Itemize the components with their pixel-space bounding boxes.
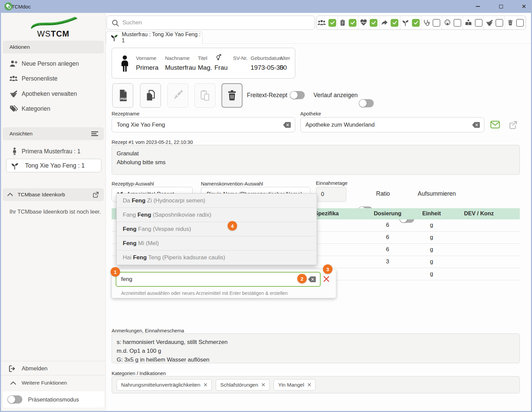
apotheke-label: Apotheke bbox=[300, 111, 321, 116]
sidebar-item-kategorien[interactable]: Kategorien bbox=[1, 101, 106, 116]
suggestion-match: Feng bbox=[123, 226, 137, 233]
rezepttyp-label: Rezepttyp-Auswahl bbox=[112, 181, 154, 187]
checkbox-unchecked[interactable] bbox=[475, 19, 483, 27]
herb-search-input[interactable] bbox=[116, 273, 320, 286]
patient-field: Vorname Primera bbox=[136, 53, 159, 71]
field-value: Musterfrau bbox=[165, 64, 196, 71]
sidebar-item-label: Personenliste bbox=[22, 75, 57, 82]
checkbox-checked[interactable] bbox=[349, 19, 356, 27]
minimize-button[interactable] bbox=[473, 2, 483, 11]
anmerkungen-textarea[interactable]: s: harmonisiert Verdauung, stillt Schmer… bbox=[112, 333, 520, 363]
patient-field-gender: Frau bbox=[214, 53, 228, 71]
chevron-up-icon bbox=[9, 381, 18, 385]
checkbox-checked[interactable] bbox=[412, 19, 420, 27]
filter-befunde[interactable] bbox=[358, 16, 379, 29]
field-label: Titel bbox=[198, 53, 212, 61]
envelope-icon[interactable] bbox=[490, 119, 501, 130]
mortar-pestle-icon bbox=[486, 19, 493, 26]
filter-anamnese[interactable] bbox=[463, 16, 484, 29]
ratio-label: Ratio bbox=[376, 190, 390, 197]
rezept-info-textarea[interactable]: Granulat Abholung bitte sms bbox=[112, 145, 520, 175]
remove-chip-icon[interactable] bbox=[261, 383, 265, 387]
tab-strip-line bbox=[203, 43, 531, 44]
chevron-up-icon[interactable] bbox=[7, 192, 14, 197]
suggestion-item[interactable]: Da Feng Zi (Hydnocarpi semen) bbox=[117, 194, 317, 208]
close-button[interactable]: ✕ bbox=[519, 2, 529, 11]
field-value: Primera bbox=[136, 64, 159, 71]
einnahmetage-label: Einnahmetage bbox=[316, 180, 348, 186]
checkbox-checked[interactable] bbox=[391, 19, 398, 27]
annotation-badge-4: 4 bbox=[228, 221, 237, 231]
kategorie-chip[interactable]: Nahrungsmittelunverträglichkeiten bbox=[117, 379, 212, 391]
checkbox-checked[interactable] bbox=[328, 19, 336, 27]
cell-dosierung: 6 bbox=[364, 246, 411, 253]
share-icon bbox=[381, 19, 388, 26]
checkbox-unchecked[interactable] bbox=[516, 19, 524, 27]
freitext-rezept-toggle[interactable] bbox=[290, 91, 305, 99]
checkbox-unchecked[interactable] bbox=[433, 19, 440, 27]
verlauf-anzeigen-toggle[interactable] bbox=[359, 99, 374, 107]
tab-recipe[interactable]: Musterfrau : Tong Xie Yao Feng : 1 bbox=[106, 31, 203, 44]
external-link-icon[interactable] bbox=[92, 191, 99, 198]
cell-einheit: g bbox=[415, 270, 448, 277]
suggestion-dropdown: Da Feng Zi (Hydnocarpi semen) Fang Feng … bbox=[116, 193, 317, 265]
external-link-icon[interactable] bbox=[508, 120, 518, 130]
pdf-export-button[interactable]: PDF bbox=[112, 83, 133, 108]
sidebar-item-neue-person[interactable]: Neue Person anlegen bbox=[1, 56, 106, 71]
logo-tcm: TCM bbox=[51, 29, 69, 38]
remove-row-icon[interactable] bbox=[322, 275, 330, 283]
suggestion-item[interactable]: Hai Feng Teng (Piperis kadsurae caulis) bbox=[117, 251, 317, 265]
filter-diagnosen[interactable] bbox=[421, 16, 442, 29]
seedling-icon bbox=[401, 19, 410, 26]
filter-rezepte[interactable] bbox=[338, 16, 358, 29]
filter-geloeschte[interactable] bbox=[505, 16, 526, 29]
remove-chip-icon[interactable] bbox=[307, 383, 311, 387]
ideenkorb-header: TCMbase Ideenkorb bbox=[3, 188, 104, 201]
filter-personen[interactable] bbox=[317, 16, 338, 29]
kategorie-chip[interactable]: Schlafstörungen bbox=[216, 379, 270, 391]
chip-label: Nahrungsmittelunverträglichkeiten bbox=[121, 382, 200, 388]
tab-label: Musterfrau : Tong Xie Yao Feng : 1 bbox=[122, 31, 202, 44]
bars-staggered-icon[interactable] bbox=[91, 131, 98, 137]
sidebar-item-apotheken[interactable]: Apotheken verwalten bbox=[1, 86, 106, 101]
einnahmetage-input[interactable] bbox=[316, 187, 346, 201]
sidebar-item-abmelden[interactable]: Abmelden bbox=[1, 362, 106, 375]
patient-field: Nachname Musterfrau bbox=[165, 53, 196, 71]
checkbox-unchecked[interactable] bbox=[454, 19, 461, 27]
filter-teilen[interactable] bbox=[379, 16, 400, 29]
suggestion-item[interactable]: Fang Feng (Saposhnikoviae radix) bbox=[117, 208, 317, 222]
apotheke-input[interactable] bbox=[301, 117, 484, 132]
clear-input-icon[interactable] bbox=[307, 276, 316, 283]
checkbox-checked[interactable] bbox=[370, 19, 377, 27]
filter-arzneimittel[interactable] bbox=[400, 16, 421, 29]
window-title: TCMdoc bbox=[11, 4, 31, 9]
sidebar-item-personenliste[interactable]: Personenliste bbox=[1, 71, 106, 86]
field-label: Vorname bbox=[136, 53, 159, 61]
patient-field: SV-Nr. bbox=[233, 53, 248, 64]
kategorie-chip[interactable]: Yin Mangel bbox=[274, 379, 316, 391]
rezeptname-input[interactable] bbox=[112, 117, 295, 132]
suggestion-text: Fang (Vespae nidus) bbox=[137, 226, 191, 233]
filter-zunge[interactable] bbox=[442, 16, 463, 29]
clear-input-icon[interactable] bbox=[471, 122, 480, 128]
copy-recipe-button[interactable] bbox=[140, 83, 161, 108]
remove-chip-icon[interactable] bbox=[204, 383, 207, 387]
suggestion-item[interactable]: Feng Mi (Mel) bbox=[117, 236, 317, 251]
field-value: 1973-05-30 bbox=[251, 64, 283, 71]
filter-apotheke[interactable] bbox=[484, 16, 505, 29]
clear-input-icon[interactable] bbox=[282, 122, 291, 128]
wstcm-logo: WSTCM bbox=[1, 16, 106, 39]
sidebar-view-recipe-selected[interactable]: Tong Xie Yao Feng : 1 bbox=[6, 159, 101, 172]
checkbox-unchecked[interactable] bbox=[495, 19, 503, 27]
paste-button[interactable] bbox=[194, 83, 215, 108]
suggestion-item[interactable]: Feng Fang (Vespae nidus) bbox=[117, 222, 317, 236]
sidebar-view-person[interactable]: Primera Musterfrau : 1 bbox=[1, 145, 106, 158]
maximize-button[interactable] bbox=[496, 2, 506, 11]
aktionen-title: Aktionen bbox=[9, 44, 30, 50]
praesentationsmodus-toggle[interactable] bbox=[7, 395, 22, 404]
sidebar-item-label: Kategorien bbox=[22, 105, 50, 112]
sidebar-item-weitere-funktionen[interactable]: Weitere Funktionen bbox=[1, 376, 106, 390]
edit-recipe-button[interactable] bbox=[167, 83, 188, 108]
search-input[interactable] bbox=[122, 16, 308, 29]
delete-recipe-button[interactable] bbox=[222, 83, 242, 108]
